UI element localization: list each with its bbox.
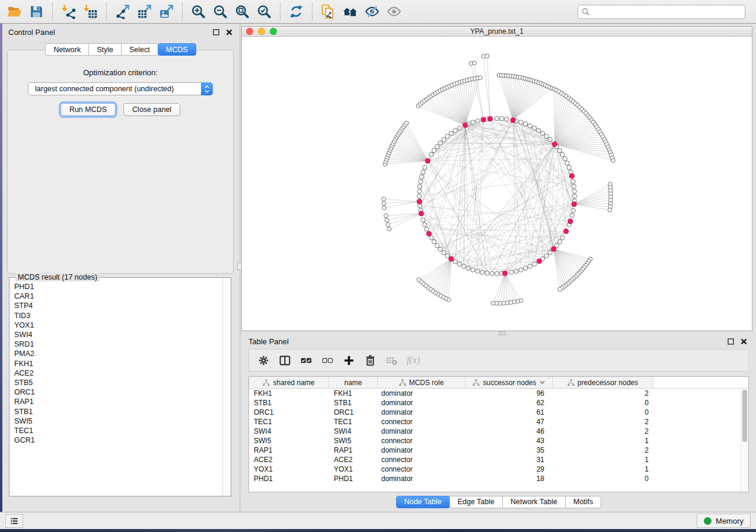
zoom-fit-button[interactable] xyxy=(232,2,252,22)
graph-leaf-node[interactable] xyxy=(473,61,477,65)
export-network-button[interactable] xyxy=(113,2,132,22)
graph-node[interactable] xyxy=(572,184,576,188)
table-row[interactable]: SWI5SWI5connector431 xyxy=(249,436,748,446)
zoom-selected-button[interactable] xyxy=(254,2,274,22)
refresh-layout-button[interactable] xyxy=(286,2,306,22)
table-row[interactable]: TEC1TEC1connector472 xyxy=(249,417,748,427)
graph-leaf-node[interactable] xyxy=(558,287,562,291)
graph-node[interactable] xyxy=(540,131,544,135)
column-header-MCDS-role[interactable]: MCDS role xyxy=(378,377,465,388)
graph-node[interactable] xyxy=(528,264,532,268)
graph-node[interactable] xyxy=(572,194,576,198)
mcds-result-item[interactable]: PMA2 xyxy=(14,349,222,358)
close-panel-icon[interactable] xyxy=(740,338,748,345)
zoom-in-button[interactable] xyxy=(189,2,208,22)
graph-node[interactable] xyxy=(435,145,439,149)
graph-node[interactable] xyxy=(442,251,446,255)
table-scrollbar-thumb[interactable] xyxy=(742,390,747,442)
mcds-result-item[interactable]: RAP1 xyxy=(14,397,222,406)
show-all-button[interactable] xyxy=(384,2,404,22)
graph-node[interactable] xyxy=(449,131,453,135)
graph-hub-node[interactable] xyxy=(537,259,541,264)
zoom-out-button[interactable] xyxy=(210,2,230,22)
maximize-window-icon[interactable] xyxy=(270,28,277,35)
graph-hub-node[interactable] xyxy=(481,117,486,122)
criterion-dropdown[interactable]: largest connected component (undirected) xyxy=(28,82,213,95)
graph-leaf-node[interactable] xyxy=(382,197,386,201)
graph-node[interactable] xyxy=(423,223,427,227)
graph-node[interactable] xyxy=(442,137,446,142)
graph-node[interactable] xyxy=(421,170,425,174)
graph-leaf-node[interactable] xyxy=(387,227,391,231)
graph-node[interactable] xyxy=(417,204,422,208)
float-panel-icon[interactable] xyxy=(727,338,735,345)
graph-hub-node[interactable] xyxy=(564,229,569,233)
destroy-table-button[interactable] xyxy=(383,352,400,368)
graph-hub-node[interactable] xyxy=(503,271,508,275)
hide-selected-button[interactable] xyxy=(362,2,382,22)
table-row[interactable]: ACE2ACE2connector311 xyxy=(249,455,748,464)
graph-node[interactable] xyxy=(571,180,575,184)
function-builder-button[interactable]: f(x) xyxy=(404,352,422,368)
tab-select[interactable]: Select xyxy=(121,43,158,56)
mcds-result-item[interactable]: CAR1 xyxy=(14,291,222,301)
network-view[interactable] xyxy=(241,37,752,331)
new-network-from-selection-button[interactable] xyxy=(318,2,338,22)
graph-node[interactable] xyxy=(500,117,504,121)
graph-node[interactable] xyxy=(432,239,436,243)
column-header-successor-nodes[interactable]: successor nodes xyxy=(465,377,553,388)
mcds-result-item[interactable]: SRD1 xyxy=(14,339,222,349)
first-neighbors-button[interactable] xyxy=(340,2,360,22)
mcds-result-item[interactable]: ORC1 xyxy=(14,387,222,397)
network-graph[interactable] xyxy=(242,37,752,331)
graph-node[interactable] xyxy=(532,262,537,266)
mcds-result-item[interactable]: STP4 xyxy=(14,301,222,310)
graph-leaf-node[interactable] xyxy=(491,301,495,305)
graph-leaf-node[interactable] xyxy=(382,206,387,210)
graph-node[interactable] xyxy=(457,262,461,266)
graph-node[interactable] xyxy=(548,251,552,255)
memory-button[interactable]: Memory xyxy=(697,514,751,528)
table-row[interactable]: ORC1ORC1dominator610 xyxy=(249,408,748,417)
graph-leaf-node[interactable] xyxy=(385,218,389,222)
table-row[interactable]: PHD1PHD1dominator180 xyxy=(249,474,748,483)
show-columns-button[interactable] xyxy=(276,352,293,368)
mcds-result-item[interactable]: TEC1 xyxy=(14,426,222,435)
graph-leaf-node[interactable] xyxy=(611,159,615,163)
graph-node[interactable] xyxy=(421,218,425,222)
graph-node[interactable] xyxy=(425,227,429,231)
graph-node[interactable] xyxy=(471,268,475,272)
graph-node[interactable] xyxy=(417,184,422,188)
graph-node[interactable] xyxy=(572,189,576,193)
graph-node[interactable] xyxy=(528,124,532,128)
table-row[interactable]: STB1STB1dominator620 xyxy=(249,398,748,408)
graph-hub-node[interactable] xyxy=(417,199,422,204)
graph-hub-node[interactable] xyxy=(463,123,468,127)
mcds-result-item[interactable]: STB1 xyxy=(14,407,222,416)
graph-node[interactable] xyxy=(560,152,564,156)
graph-node[interactable] xyxy=(490,271,494,275)
tab-node-table[interactable]: Node Table xyxy=(396,496,450,508)
graph-node[interactable] xyxy=(548,137,552,142)
graph-node[interactable] xyxy=(420,175,424,179)
graph-node[interactable] xyxy=(537,129,541,133)
import-table-button[interactable] xyxy=(81,2,100,22)
graph-node[interactable] xyxy=(423,165,427,169)
graph-leaf-node[interactable] xyxy=(386,223,390,227)
column-settings-button[interactable] xyxy=(255,352,272,368)
tab-mcds[interactable]: MCDS xyxy=(158,43,196,56)
graph-leaf-node[interactable] xyxy=(404,121,409,125)
graph-node[interactable] xyxy=(438,247,442,251)
graph-node[interactable] xyxy=(445,254,449,258)
graph-node[interactable] xyxy=(505,117,509,121)
search-input[interactable] xyxy=(592,7,741,17)
tab-motifs[interactable]: Motifs xyxy=(565,496,601,508)
graph-node[interactable] xyxy=(563,156,567,161)
graph-node[interactable] xyxy=(495,271,499,275)
export-table-button[interactable] xyxy=(135,2,154,22)
graph-node[interactable] xyxy=(495,116,499,120)
graph-node[interactable] xyxy=(453,129,457,133)
graph-hub-node[interactable] xyxy=(425,158,430,163)
save-session-button[interactable] xyxy=(27,2,46,22)
graph-node[interactable] xyxy=(462,264,466,268)
